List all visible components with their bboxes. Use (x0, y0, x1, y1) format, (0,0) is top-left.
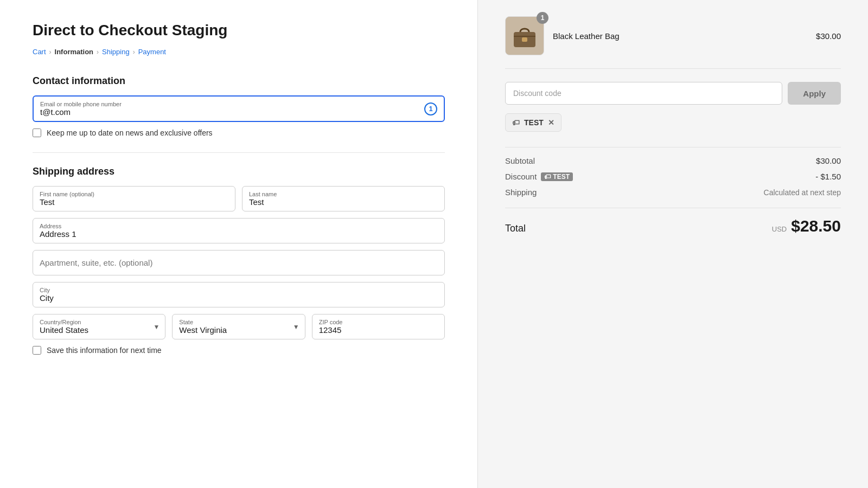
country-wrapper: Country/Region United States ▼ (33, 314, 165, 339)
city-wrapper: City (33, 282, 445, 307)
save-info-label: Save this information for next time (47, 346, 162, 355)
first-name-input[interactable] (33, 187, 235, 211)
address-wrapper: Address (33, 218, 445, 243)
discount-row: Apply (505, 82, 841, 105)
name-row: First name (optional) Last name (33, 186, 445, 211)
total-row: Total USD $28.50 (505, 208, 841, 235)
zip-wrapper: ZIP code (312, 314, 445, 339)
breadcrumb-shipping[interactable]: Shipping (102, 48, 130, 56)
breadcrumb-payment[interactable]: Payment (138, 48, 166, 56)
discount-code-tag-label: TEST (524, 118, 544, 127)
breadcrumb-sep-1: › (49, 48, 52, 56)
country-select[interactable]: United States (33, 314, 165, 339)
discount-badge-icon: 🏷 (544, 173, 551, 181)
newsletter-checkbox[interactable] (33, 129, 41, 137)
subtotal-label: Subtotal (505, 156, 535, 165)
save-info-checkbox[interactable] (33, 346, 41, 355)
one-password-logo: 1 (424, 102, 437, 115)
email-input[interactable] (34, 97, 444, 121)
shipping-label: Shipping (505, 188, 537, 197)
city-input[interactable] (33, 282, 444, 307)
newsletter-row: Keep me up to date on news and exclusive… (33, 129, 445, 137)
total-right: USD $28.50 (772, 217, 841, 235)
product-row: 1 Black Leather Bag $30.00 (505, 16, 841, 69)
subtotal-row: Subtotal $30.00 (505, 156, 841, 165)
last-name-input[interactable] (242, 187, 444, 211)
first-name-wrapper: First name (optional) (33, 186, 235, 211)
subtotal-value: $30.00 (816, 156, 841, 165)
breadcrumb: Cart › Information › Shipping › Payment (33, 48, 445, 56)
discount-tag: 🏷 TEST ✕ (505, 113, 561, 132)
city-group: City (33, 282, 445, 307)
state-wrapper: State West Virginia ▼ (172, 314, 305, 339)
product-name: Black Leather Bag (553, 31, 807, 41)
address-input[interactable] (33, 219, 444, 243)
left-panel: Direct to Checkout Staging Cart › Inform… (0, 0, 477, 488)
breadcrumb-sep-2: › (97, 48, 99, 56)
total-amount: $28.50 (791, 217, 841, 235)
discount-code-input[interactable] (505, 82, 782, 105)
shipping-section-title: Shipping address (33, 166, 445, 177)
section-divider-1 (33, 152, 445, 153)
email-form-group: Email or mobile phone number 1 (33, 95, 445, 122)
order-divider-1 (505, 147, 841, 147)
total-label: Total (505, 223, 526, 234)
discount-badge-label: TEST (553, 173, 570, 181)
product-price: $30.00 (816, 31, 841, 41)
shipping-summary-row: Shipping Calculated at next step (505, 188, 841, 197)
total-currency: USD (772, 225, 787, 233)
state-select[interactable]: West Virginia (173, 314, 304, 339)
product-image-wrapper: 1 (505, 16, 544, 55)
discount-amount: - $1.50 (815, 172, 841, 181)
last-name-wrapper: Last name (242, 186, 445, 211)
breadcrumb-cart[interactable]: Cart (33, 48, 46, 56)
right-panel: 1 Black Leather Bag $30.00 Apply 🏷 TEST … (477, 0, 868, 488)
tag-icon: 🏷 (512, 118, 520, 127)
zip-input[interactable] (312, 314, 444, 339)
breadcrumb-information: Information (55, 48, 94, 56)
apt-wrapper (33, 250, 445, 275)
product-quantity-badge: 1 (537, 12, 548, 24)
breadcrumb-sep-3: › (133, 48, 135, 56)
password-manager-icon: 1 (424, 102, 437, 115)
location-row: Country/Region United States ▼ State Wes… (33, 314, 445, 339)
save-info-row: Save this information for next time (33, 346, 445, 355)
email-input-wrapper: Email or mobile phone number 1 (33, 95, 445, 122)
discount-summary-label: Discount 🏷 TEST (505, 172, 573, 181)
page-title: Direct to Checkout Staging (33, 22, 445, 39)
newsletter-label: Keep me up to date on news and exclusive… (47, 129, 213, 137)
svg-rect-1 (522, 37, 527, 42)
shipping-value: Calculated at next step (764, 188, 841, 197)
product-image-svg (511, 22, 538, 49)
remove-discount-button[interactable]: ✕ (548, 119, 554, 126)
discount-code-badge: 🏷 TEST (541, 172, 573, 181)
apt-input[interactable] (33, 251, 444, 275)
apply-button[interactable]: Apply (788, 82, 841, 105)
contact-section-title: Contact information (33, 75, 445, 87)
address-group: Address (33, 218, 445, 243)
apt-group (33, 250, 445, 275)
discount-text-label: Discount (505, 172, 537, 181)
discount-summary-row: Discount 🏷 TEST - $1.50 (505, 172, 841, 181)
